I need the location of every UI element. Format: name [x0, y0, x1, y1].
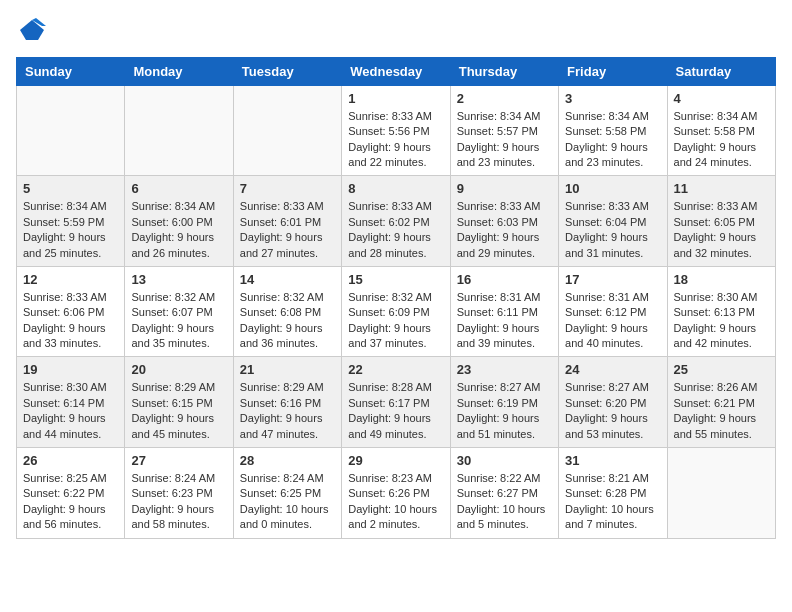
day-info: Sunrise: 8:24 AMSunset: 6:23 PMDaylight:…: [131, 471, 226, 533]
day-number: 27: [131, 453, 226, 468]
day-number: 4: [674, 91, 769, 106]
day-info: Sunrise: 8:34 AMSunset: 5:58 PMDaylight:…: [565, 109, 660, 171]
calendar-day-cell: 9Sunrise: 8:33 AMSunset: 6:03 PMDaylight…: [450, 176, 558, 267]
calendar-day-cell: 29Sunrise: 8:23 AMSunset: 6:26 PMDayligh…: [342, 448, 450, 539]
day-info: Sunrise: 8:22 AMSunset: 6:27 PMDaylight:…: [457, 471, 552, 533]
day-number: 28: [240, 453, 335, 468]
calendar-day-cell: 28Sunrise: 8:24 AMSunset: 6:25 PMDayligh…: [233, 448, 341, 539]
calendar-day-cell: 17Sunrise: 8:31 AMSunset: 6:12 PMDayligh…: [559, 266, 667, 357]
day-number: 2: [457, 91, 552, 106]
day-number: 6: [131, 181, 226, 196]
day-number: 19: [23, 362, 118, 377]
calendar-day-cell: [667, 448, 775, 539]
page-header: [16, 16, 776, 49]
logo: [16, 16, 46, 49]
calendar-day-cell: 22Sunrise: 8:28 AMSunset: 6:17 PMDayligh…: [342, 357, 450, 448]
calendar-week-row: 12Sunrise: 8:33 AMSunset: 6:06 PMDayligh…: [17, 266, 776, 357]
calendar-day-cell: 8Sunrise: 8:33 AMSunset: 6:02 PMDaylight…: [342, 176, 450, 267]
day-info: Sunrise: 8:27 AMSunset: 6:20 PMDaylight:…: [565, 380, 660, 442]
calendar-day-cell: 3Sunrise: 8:34 AMSunset: 5:58 PMDaylight…: [559, 85, 667, 176]
calendar-day-cell: 4Sunrise: 8:34 AMSunset: 5:58 PMDaylight…: [667, 85, 775, 176]
day-number: 3: [565, 91, 660, 106]
calendar-day-cell: 7Sunrise: 8:33 AMSunset: 6:01 PMDaylight…: [233, 176, 341, 267]
day-info: Sunrise: 8:34 AMSunset: 5:58 PMDaylight:…: [674, 109, 769, 171]
calendar-day-cell: [125, 85, 233, 176]
calendar-day-cell: 20Sunrise: 8:29 AMSunset: 6:15 PMDayligh…: [125, 357, 233, 448]
day-info: Sunrise: 8:30 AMSunset: 6:13 PMDaylight:…: [674, 290, 769, 352]
day-info: Sunrise: 8:33 AMSunset: 6:05 PMDaylight:…: [674, 199, 769, 261]
day-info: Sunrise: 8:29 AMSunset: 6:15 PMDaylight:…: [131, 380, 226, 442]
calendar-day-cell: 11Sunrise: 8:33 AMSunset: 6:05 PMDayligh…: [667, 176, 775, 267]
day-number: 9: [457, 181, 552, 196]
day-info: Sunrise: 8:28 AMSunset: 6:17 PMDaylight:…: [348, 380, 443, 442]
calendar-day-cell: 16Sunrise: 8:31 AMSunset: 6:11 PMDayligh…: [450, 266, 558, 357]
day-number: 18: [674, 272, 769, 287]
calendar-day-cell: 14Sunrise: 8:32 AMSunset: 6:08 PMDayligh…: [233, 266, 341, 357]
day-number: 11: [674, 181, 769, 196]
day-info: Sunrise: 8:21 AMSunset: 6:28 PMDaylight:…: [565, 471, 660, 533]
day-number: 1: [348, 91, 443, 106]
day-info: Sunrise: 8:33 AMSunset: 6:06 PMDaylight:…: [23, 290, 118, 352]
day-info: Sunrise: 8:31 AMSunset: 6:11 PMDaylight:…: [457, 290, 552, 352]
calendar-week-row: 1Sunrise: 8:33 AMSunset: 5:56 PMDaylight…: [17, 85, 776, 176]
day-number: 16: [457, 272, 552, 287]
calendar-day-cell: 19Sunrise: 8:30 AMSunset: 6:14 PMDayligh…: [17, 357, 125, 448]
calendar-day-cell: 31Sunrise: 8:21 AMSunset: 6:28 PMDayligh…: [559, 448, 667, 539]
day-of-week-header: Thursday: [450, 57, 558, 85]
day-number: 7: [240, 181, 335, 196]
day-number: 10: [565, 181, 660, 196]
day-number: 31: [565, 453, 660, 468]
day-number: 12: [23, 272, 118, 287]
day-of-week-header: Monday: [125, 57, 233, 85]
day-info: Sunrise: 8:33 AMSunset: 6:01 PMDaylight:…: [240, 199, 335, 261]
calendar-day-cell: 26Sunrise: 8:25 AMSunset: 6:22 PMDayligh…: [17, 448, 125, 539]
days-of-week-row: SundayMondayTuesdayWednesdayThursdayFrid…: [17, 57, 776, 85]
day-number: 22: [348, 362, 443, 377]
day-number: 26: [23, 453, 118, 468]
calendar-day-cell: 21Sunrise: 8:29 AMSunset: 6:16 PMDayligh…: [233, 357, 341, 448]
day-number: 20: [131, 362, 226, 377]
day-info: Sunrise: 8:26 AMSunset: 6:21 PMDaylight:…: [674, 380, 769, 442]
calendar-day-cell: 15Sunrise: 8:32 AMSunset: 6:09 PMDayligh…: [342, 266, 450, 357]
day-number: 13: [131, 272, 226, 287]
day-info: Sunrise: 8:34 AMSunset: 5:57 PMDaylight:…: [457, 109, 552, 171]
day-info: Sunrise: 8:30 AMSunset: 6:14 PMDaylight:…: [23, 380, 118, 442]
calendar-day-cell: 5Sunrise: 8:34 AMSunset: 5:59 PMDaylight…: [17, 176, 125, 267]
day-number: 5: [23, 181, 118, 196]
calendar-day-cell: 25Sunrise: 8:26 AMSunset: 6:21 PMDayligh…: [667, 357, 775, 448]
day-info: Sunrise: 8:33 AMSunset: 5:56 PMDaylight:…: [348, 109, 443, 171]
day-of-week-header: Saturday: [667, 57, 775, 85]
day-number: 14: [240, 272, 335, 287]
calendar-day-cell: [17, 85, 125, 176]
day-of-week-header: Wednesday: [342, 57, 450, 85]
day-of-week-header: Friday: [559, 57, 667, 85]
calendar-day-cell: 13Sunrise: 8:32 AMSunset: 6:07 PMDayligh…: [125, 266, 233, 357]
calendar-week-row: 26Sunrise: 8:25 AMSunset: 6:22 PMDayligh…: [17, 448, 776, 539]
day-number: 24: [565, 362, 660, 377]
day-info: Sunrise: 8:34 AMSunset: 5:59 PMDaylight:…: [23, 199, 118, 261]
day-of-week-header: Sunday: [17, 57, 125, 85]
day-info: Sunrise: 8:23 AMSunset: 6:26 PMDaylight:…: [348, 471, 443, 533]
day-info: Sunrise: 8:24 AMSunset: 6:25 PMDaylight:…: [240, 471, 335, 533]
day-of-week-header: Tuesday: [233, 57, 341, 85]
day-number: 23: [457, 362, 552, 377]
day-info: Sunrise: 8:32 AMSunset: 6:08 PMDaylight:…: [240, 290, 335, 352]
day-info: Sunrise: 8:25 AMSunset: 6:22 PMDaylight:…: [23, 471, 118, 533]
calendar-day-cell: 1Sunrise: 8:33 AMSunset: 5:56 PMDaylight…: [342, 85, 450, 176]
calendar-day-cell: 27Sunrise: 8:24 AMSunset: 6:23 PMDayligh…: [125, 448, 233, 539]
day-number: 17: [565, 272, 660, 287]
calendar-day-cell: 23Sunrise: 8:27 AMSunset: 6:19 PMDayligh…: [450, 357, 558, 448]
day-info: Sunrise: 8:29 AMSunset: 6:16 PMDaylight:…: [240, 380, 335, 442]
calendar-day-cell: 6Sunrise: 8:34 AMSunset: 6:00 PMDaylight…: [125, 176, 233, 267]
day-info: Sunrise: 8:27 AMSunset: 6:19 PMDaylight:…: [457, 380, 552, 442]
calendar-week-row: 19Sunrise: 8:30 AMSunset: 6:14 PMDayligh…: [17, 357, 776, 448]
calendar-day-cell: 30Sunrise: 8:22 AMSunset: 6:27 PMDayligh…: [450, 448, 558, 539]
day-number: 25: [674, 362, 769, 377]
day-info: Sunrise: 8:32 AMSunset: 6:09 PMDaylight:…: [348, 290, 443, 352]
calendar-day-cell: 10Sunrise: 8:33 AMSunset: 6:04 PMDayligh…: [559, 176, 667, 267]
day-info: Sunrise: 8:31 AMSunset: 6:12 PMDaylight:…: [565, 290, 660, 352]
day-number: 8: [348, 181, 443, 196]
calendar-table: SundayMondayTuesdayWednesdayThursdayFrid…: [16, 57, 776, 539]
calendar-day-cell: 2Sunrise: 8:34 AMSunset: 5:57 PMDaylight…: [450, 85, 558, 176]
logo-icon: [18, 16, 46, 44]
